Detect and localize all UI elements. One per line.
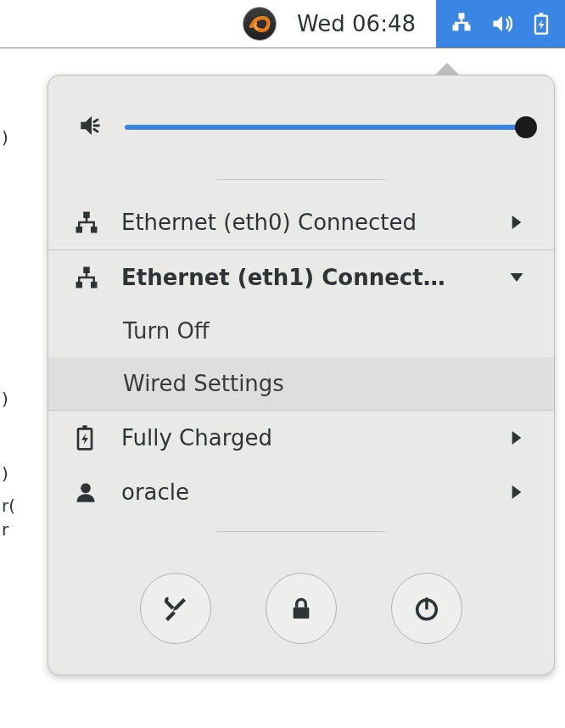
- divider: [216, 179, 386, 180]
- network-eth1-row[interactable]: Ethernet (eth1) Connect…: [48, 250, 554, 305]
- lock-icon: [288, 595, 315, 622]
- battery-indicator-icon: [531, 12, 551, 36]
- network-eth0-label: Ethernet (eth0) Connected: [121, 210, 505, 235]
- svg-rect-4: [540, 13, 544, 15]
- user-label: oracle: [121, 479, 505, 505]
- svg-rect-12: [82, 425, 87, 428]
- eth1-wired-settings-label: Wired Settings: [123, 371, 284, 396]
- svg-rect-14: [294, 608, 310, 619]
- svg-rect-9: [76, 282, 83, 288]
- eth1-turn-off-label: Turn Off: [123, 318, 210, 344]
- user-icon: [74, 480, 121, 504]
- orange-swirl-icon: [247, 11, 272, 36]
- lock-button[interactable]: [266, 573, 337, 644]
- collapse-caret-icon: [505, 273, 529, 282]
- system-indicators[interactable]: [436, 0, 565, 48]
- svg-rect-10: [91, 282, 98, 288]
- popup-pointer: [435, 64, 459, 76]
- volume-row: [48, 76, 554, 167]
- tools-icon: [160, 593, 191, 624]
- settings-button[interactable]: [140, 573, 211, 644]
- clock-label[interactable]: Wed 06:48: [297, 11, 416, 36]
- app-indicator-icon[interactable]: [243, 7, 277, 41]
- svg-rect-6: [76, 227, 83, 233]
- system-menu-popup: Ethernet (eth0) Connected Ethernet (eth1…: [48, 75, 555, 675]
- svg-rect-5: [83, 212, 90, 219]
- expand-caret-icon: [505, 485, 529, 499]
- volume-indicator-icon: [490, 12, 514, 36]
- network-indicator-icon: [450, 12, 473, 36]
- battery-label: Fully Charged: [121, 425, 505, 451]
- power-icon: [412, 594, 441, 623]
- network-eth0-row[interactable]: Ethernet (eth0) Connected: [48, 195, 554, 249]
- battery-row[interactable]: Fully Charged: [48, 411, 554, 465]
- background-text: ) ) ) r( r: [0, 49, 48, 541]
- svg-rect-1: [454, 25, 458, 30]
- wired-network-icon: [74, 210, 121, 235]
- volume-icon: [77, 111, 125, 143]
- eth1-wired-settings[interactable]: Wired Settings: [48, 357, 554, 410]
- volume-slider[interactable]: [125, 125, 525, 130]
- power-button[interactable]: [391, 573, 462, 644]
- divider: [216, 531, 386, 532]
- action-buttons: [48, 547, 554, 675]
- svg-point-13: [81, 484, 91, 494]
- user-row[interactable]: oracle: [48, 465, 554, 519]
- network-eth1-label: Ethernet (eth1) Connect…: [121, 265, 505, 290]
- svg-rect-7: [91, 227, 98, 233]
- expand-caret-icon: [505, 431, 529, 445]
- svg-rect-2: [466, 25, 470, 30]
- top-panel: Wed 06:48: [0, 0, 565, 48]
- volume-slider-thumb[interactable]: [515, 116, 537, 138]
- svg-rect-0: [460, 14, 464, 18]
- eth1-turn-off[interactable]: Turn Off: [48, 305, 554, 357]
- svg-rect-8: [83, 267, 90, 274]
- expand-caret-icon: [505, 216, 529, 229]
- battery-charging-icon: [74, 424, 121, 451]
- wired-network-icon: [74, 265, 121, 290]
